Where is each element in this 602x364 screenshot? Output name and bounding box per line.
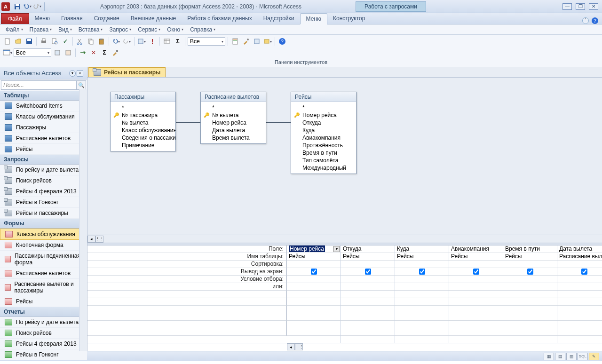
object-combo[interactable]: Все: [14, 48, 51, 57]
spelling-icon[interactable]: ✓: [61, 37, 70, 46]
chart-view-icon[interactable]: ▥: [566, 353, 577, 360]
qbe-criteria-cell[interactable]: [341, 298, 395, 306]
scroll-split-icon[interactable]: ⋮⋮: [295, 343, 303, 350]
totals-icon[interactable]: Σ: [173, 37, 182, 46]
new-object-icon[interactable]: ▾: [263, 37, 272, 46]
nav-item[interactable]: Поиск рейсов: [0, 328, 87, 339]
field-row[interactable]: Протяжённость: [291, 142, 356, 149]
qbe-criteria-cell[interactable]: [341, 283, 395, 291]
ribbon-tab[interactable]: Работа с базами данных: [182, 13, 257, 24]
qbe-criteria-cell[interactable]: [449, 276, 503, 283]
qbe-criteria-cell[interactable]: [503, 283, 557, 291]
field-row[interactable]: *: [291, 104, 356, 111]
qbe-criteria-cell[interactable]: [287, 321, 341, 328]
qbe-criteria-cell[interactable]: [503, 298, 557, 306]
qbe-criteria-cell[interactable]: [287, 328, 341, 336]
redo-icon[interactable]: ▾: [122, 37, 132, 46]
qbe-field-cell[interactable]: Откуда: [341, 245, 395, 253]
show-checkbox[interactable]: [419, 269, 425, 275]
nav-item[interactable]: Классы обслуживания: [0, 111, 87, 122]
field-row[interactable]: 🔑№ вылета: [201, 111, 266, 119]
qbe-criteria-cell[interactable]: [287, 283, 341, 291]
ribbon-tab[interactable]: Меню: [300, 13, 327, 24]
sigma-icon[interactable]: Σ: [100, 48, 109, 57]
qbe-criteria-cell[interactable]: [395, 306, 449, 313]
qbe-field-cell[interactable]: Авиакомпания: [449, 245, 503, 253]
qbe-criteria-cell[interactable]: [341, 321, 395, 328]
field-row[interactable]: *: [111, 104, 175, 111]
menu-item[interactable]: Окно ▾: [164, 25, 186, 34]
qbe-criteria-cell[interactable]: [395, 313, 449, 321]
nav-item[interactable]: Рейсы и пассажиры: [0, 208, 87, 219]
field-row[interactable]: *: [201, 104, 266, 111]
ribbon-tab[interactable]: Конструктор: [327, 13, 371, 24]
qbe-show-cell[interactable]: [341, 268, 395, 276]
pivot-view-icon[interactable]: ▤: [555, 353, 565, 360]
relationship-diagram[interactable]: Пассажиры*🔑№ пассажира№ вылетаКласс обсл…: [87, 78, 602, 235]
qbe-criteria-cell[interactable]: [395, 321, 449, 328]
qbe-criteria-cell[interactable]: [557, 328, 602, 336]
nav-item[interactable]: Кнопочная форма: [0, 240, 87, 251]
nav-group-header[interactable]: Запросыˆ: [0, 155, 87, 165]
qbe-criteria-cell[interactable]: [395, 328, 449, 336]
help-icon[interactable]: ?: [277, 37, 287, 46]
file-tab[interactable]: Файл: [1, 13, 29, 24]
nav-item[interactable]: Рейсы 4 февраля 2013: [0, 186, 87, 197]
qbe-criteria-cell[interactable]: [503, 313, 557, 321]
sql-view-icon[interactable]: SQL: [578, 353, 588, 360]
qbe-table-cell[interactable]: Рейсы: [287, 253, 341, 261]
qbe-sort-cell[interactable]: [503, 261, 557, 268]
qbe-field-cell[interactable]: Куда: [395, 245, 449, 253]
qbe-criteria-cell[interactable]: [503, 321, 557, 328]
show-checkbox[interactable]: [473, 269, 479, 275]
nav-item[interactable]: По рейсу и дате вылета: [0, 317, 87, 328]
undo-icon[interactable]: ▾: [23, 2, 32, 11]
design-view-icon[interactable]: ✎: [589, 353, 599, 360]
qbe-sort-cell[interactable]: [395, 261, 449, 268]
ribbon-tab[interactable]: Главная: [55, 13, 88, 24]
field-row[interactable]: 🔑Номер рейса: [291, 111, 356, 119]
qbe-show-cell[interactable]: [557, 268, 602, 276]
qbe-criteria-cell[interactable]: [557, 306, 602, 313]
qbe-criteria-cell[interactable]: [557, 276, 602, 283]
qbe-criteria-cell[interactable]: [503, 291, 557, 298]
print-preview-icon[interactable]: [50, 37, 59, 46]
qbe-column[interactable]: КудаРейсы: [395, 245, 449, 343]
qbe-criteria-cell[interactable]: [395, 283, 449, 291]
scroll-split-icon[interactable]: ⋮⋮: [95, 236, 103, 243]
nav-item[interactable]: Пассажиры: [0, 122, 87, 133]
qbe-criteria-cell[interactable]: [449, 313, 503, 321]
qbe-table-cell[interactable]: Расписание вылетов: [557, 253, 602, 261]
menu-item[interactable]: Сервис ▾: [135, 25, 163, 34]
qbe-show-cell[interactable]: [287, 268, 341, 276]
copy-icon[interactable]: [86, 37, 95, 46]
diagram-hscroll[interactable]: ◂ ⋮⋮ ▸: [87, 235, 602, 243]
qbe-column[interactable]: АвиакомпанияРейсы: [449, 245, 503, 343]
return-combo[interactable]: Все: [188, 37, 225, 46]
field-row[interactable]: Время вылета: [201, 134, 266, 142]
nav-header[interactable]: Все объекты Access ▾ «: [0, 67, 87, 79]
qbe-table-cell[interactable]: Рейсы: [503, 253, 557, 261]
nav-item[interactable]: Классы обслуживания: [0, 229, 87, 240]
qbe-table-cell[interactable]: Рейсы: [449, 253, 503, 261]
qbe-sort-cell[interactable]: [557, 261, 602, 268]
qbe-criteria-cell[interactable]: [395, 291, 449, 298]
qbe-column[interactable]: Время в путиРейсы: [503, 245, 557, 343]
qbe-criteria-cell[interactable]: [557, 283, 602, 291]
paste-icon[interactable]: [97, 37, 106, 46]
qbe-show-cell[interactable]: [395, 268, 449, 276]
qbe-sort-cell[interactable]: [449, 261, 503, 268]
qbe-criteria-cell[interactable]: [341, 276, 395, 283]
qbe-criteria-cell[interactable]: [341, 328, 395, 336]
nav-item[interactable]: Расписание вылетов: [0, 133, 87, 144]
qbe-criteria-cell[interactable]: [557, 313, 602, 321]
save-icon[interactable]: [24, 37, 34, 46]
qbe-criteria-cell[interactable]: [449, 283, 503, 291]
undo-icon[interactable]: ▾: [111, 37, 121, 46]
redo-icon[interactable]: ▾: [33, 2, 41, 11]
qbe-criteria-cell[interactable]: [341, 291, 395, 298]
database-window-icon[interactable]: [252, 37, 261, 46]
search-icon[interactable]: 🔍: [77, 80, 86, 90]
document-tab[interactable]: Рейсы и пассажиры: [88, 67, 166, 77]
restore-button[interactable]: ❐: [576, 3, 585, 10]
